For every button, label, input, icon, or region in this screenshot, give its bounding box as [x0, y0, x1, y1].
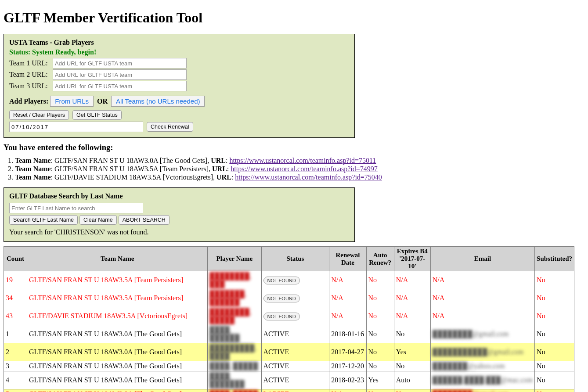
add-players-label: Add Players: [9, 97, 48, 105]
cell-email: ███████████@gmail.com [433, 348, 523, 356]
cell-player: ████████, █████ [208, 307, 261, 325]
cell-player: ███████, ██████ [208, 289, 261, 307]
get-gltf-status-button[interactable]: Get GLTF Status [72, 110, 122, 120]
cell-renewal: 2018-01-16 [329, 325, 366, 343]
table-row: 4GLTF/SAN FRAN ST U 18AW3.0A [The Good G… [4, 371, 574, 389]
not-found-button[interactable]: NOT FOUND [263, 313, 300, 320]
cell-team: GLTF/SAN FRAN ST U 18AW3.0A [The Good Ge… [27, 361, 208, 371]
cell-count: 4 [4, 371, 27, 389]
cell-sub: No [535, 361, 574, 371]
cell-renewal: N/A [329, 307, 366, 325]
entered-team-item: Team Name: GLTF/SAN FRAN ST U 18AW3.5A [… [15, 165, 584, 173]
cell-expires: Yes [394, 389, 430, 392]
cell-auto: No [366, 361, 394, 371]
th-renewal: Renewal Date [329, 247, 366, 271]
all-teams-button[interactable]: All Teams (no URLs needed) [111, 96, 205, 107]
entered-team-item: Team Name: GLTF/SAN FRAN ST U 18AW3.0A [… [15, 157, 584, 165]
cell-status: ACTIVE [263, 376, 289, 384]
cell-auto: Yes [366, 371, 394, 389]
cell-auto: No [366, 343, 394, 361]
team-url-link[interactable]: https://www.ustanorcal.com/teaminfo.asp?… [231, 165, 378, 173]
cell-expires: N/A [394, 307, 430, 325]
check-renewal-button[interactable]: Check Renewal [147, 122, 193, 132]
page-title: GLTF Member Vertification Tool [4, 10, 584, 26]
cell-sub: No [535, 289, 574, 307]
cell-renewal: 2018-02-23 [329, 371, 366, 389]
cell-player: ████████, ███ [208, 271, 261, 289]
not-found-button[interactable]: NOT FOUND [263, 295, 300, 302]
th-team: Team Name [27, 247, 208, 271]
entered-teams-list: Team Name: GLTF/SAN FRAN ST U 18AW3.0A [… [15, 157, 584, 181]
lastname-search-input[interactable] [9, 203, 143, 213]
cell-expires: N/A [394, 271, 430, 289]
cell-auto: No [366, 325, 394, 343]
cell-expires: Yes [394, 343, 430, 361]
cell-email: N/A [433, 294, 445, 302]
cell-renewal: N/A [329, 289, 366, 307]
cell-player: ████, █████ [208, 361, 261, 371]
cell-team: GLTF/SAN FRAN ST U 18AW3.0A [The Good Ge… [27, 389, 208, 392]
cell-team: GLTF/SAN FRAN ST U 18AW3.5A [Team Persis… [27, 289, 208, 307]
cell-renewal: N/A [329, 271, 366, 289]
not-found-button[interactable]: NOT FOUND [263, 277, 300, 284]
cell-email: ██████.████.███@mac.com [433, 376, 533, 384]
team1-url-input[interactable] [53, 58, 187, 68]
th-expires: Expires B4 '2017-07-10' [394, 247, 430, 271]
team2-label: Team 2 URL: [9, 71, 51, 79]
cell-renewal: 2017-04-27 [329, 343, 366, 361]
cell-player: ████, █████ [208, 389, 261, 392]
abort-search-button[interactable]: ABORT SEARCH [119, 215, 170, 225]
table-row: 43GLTF/DAVIE STADIUM 18AW3.5A [Vctorious… [4, 307, 574, 325]
reset-clear-button[interactable]: Reset / Clear Players [9, 110, 69, 120]
grab-players-panel: USTA Teams - Grab Players Status: System… [4, 34, 355, 138]
cell-count: 34 [4, 289, 27, 307]
grab-panel-title: USTA Teams - Grab Players [9, 39, 349, 47]
table-row: 5GLTF/SAN FRAN ST U 18AW3.0A [The Good G… [4, 389, 574, 392]
table-row: 3GLTF/SAN FRAN ST U 18AW3.0A [The Good G… [4, 361, 574, 371]
team-url-link[interactable]: https://www.ustanorcal.com/teaminfo.asp?… [235, 173, 382, 181]
cell-renewal: N/A [329, 389, 366, 392]
cell-auto: No [366, 289, 394, 307]
cell-auto: No [366, 389, 394, 392]
cell-email: N/A [433, 276, 445, 284]
search-lastname-button[interactable]: Search GLTF Last Name [9, 215, 78, 225]
cell-sub: No [535, 271, 574, 289]
search-panel: GLTF Database Search by Last Name Search… [4, 187, 355, 242]
cell-sub: No [535, 371, 574, 389]
cell-team: GLTF/SAN FRAN ST U 18AW3.0A [The Good Ge… [27, 343, 208, 361]
cell-count: 3 [4, 361, 27, 371]
cell-player: █████████, ████ [208, 343, 261, 361]
cell-auto: No [366, 271, 394, 289]
team-name-label: Team Name [15, 157, 51, 164]
table-row: 2GLTF/SAN FRAN ST U 18AW3.0A [The Good G… [4, 343, 574, 361]
cell-renewal: 2017-12-20 [329, 361, 366, 371]
cell-count: 43 [4, 307, 27, 325]
cell-status: ACTIVE [263, 362, 289, 370]
cell-status: ACTIVE [263, 348, 289, 356]
renewal-date-input[interactable] [9, 122, 143, 132]
cell-count: 2 [4, 343, 27, 361]
cell-status: LAPSED [263, 390, 290, 392]
team1-label: Team 1 URL: [9, 59, 51, 67]
entered-team-item: Team Name: GLTF/DAVIE STADIUM 18AW3.5A [… [15, 173, 584, 181]
from-urls-button[interactable]: From URLs [50, 96, 94, 107]
cell-auto: No [366, 307, 394, 325]
team2-url-input[interactable] [53, 69, 187, 80]
cell-sub: No [535, 307, 574, 325]
cell-email: ███████@yahoo.com [433, 362, 505, 370]
cell-sub: No [535, 325, 574, 343]
cell-expires: No [394, 325, 430, 343]
cell-team: GLTF/SAN FRAN ST U 18AW3.5A [Team Persis… [27, 271, 208, 289]
th-email: Email [430, 247, 534, 271]
cell-email: ████████@gmail.com [433, 390, 509, 392]
cell-team: GLTF/SAN FRAN ST U 18AW3.0A [The Good Ge… [27, 325, 208, 343]
team3-url-input[interactable] [53, 81, 187, 91]
team-url-label: URL [211, 157, 226, 164]
team-name-label: Team Name [15, 173, 51, 181]
team-name-label: Team Name [15, 165, 51, 173]
team-url-link[interactable]: https://www.ustanorcal.com/teaminfo.asp?… [229, 157, 376, 164]
clear-name-button[interactable]: Clear Name [79, 215, 117, 225]
team3-label: Team 3 URL: [9, 82, 51, 90]
cell-team: GLTF/DAVIE STADIUM 18AW3.5A [VctoriousEg… [27, 307, 208, 325]
status-line: Status: System Ready, begin! [9, 48, 349, 56]
